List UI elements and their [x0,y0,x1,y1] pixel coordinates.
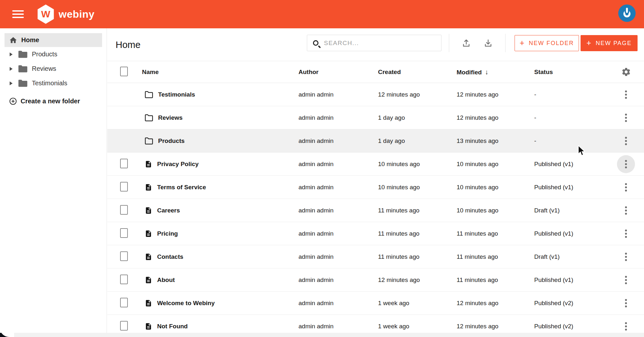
table-row[interactable]: Not Found admin admin 1 week ago 12 minu… [107,315,644,333]
row-status: Published (v1) [534,230,617,237]
column-header-name[interactable]: Name [142,69,298,76]
column-header-author[interactable]: Author [298,69,378,76]
row-menu-kebab-icon[interactable] [617,155,635,173]
column-header-created[interactable]: Created [378,69,457,76]
gear-icon [621,67,631,77]
row-menu-kebab-icon[interactable] [617,178,635,196]
sidebar: Home Products Reviews Testimonials Creat… [0,28,107,333]
row-author: admin admin [298,323,378,330]
row-menu-kebab-icon[interactable] [617,317,635,333]
divider [449,34,449,52]
page-icon [145,206,152,215]
row-menu-kebab-icon[interactable] [617,109,635,127]
row-created: 10 minutes ago [378,161,457,168]
row-modified: 10 minutes ago [457,184,534,191]
page-icon [145,253,152,261]
row-checkbox[interactable] [120,321,128,331]
sidebar-item-home[interactable]: Home [5,33,102,47]
row-status: Published (v1) [534,276,617,284]
row-checkbox[interactable] [120,182,128,192]
divider [505,34,506,52]
row-checkbox[interactable] [120,228,128,238]
chevron-right-icon[interactable] [10,67,13,71]
sort-descending-icon: ↓ [485,68,488,76]
row-name[interactable]: Careers [157,207,180,214]
folder-icon [145,137,153,145]
gravatar-power-icon [623,10,630,17]
row-name[interactable]: About [157,276,175,284]
row-modified: 11 minutes ago [457,276,534,284]
search-box[interactable] [307,35,441,51]
row-name[interactable]: Pricing [157,230,178,237]
row-menu-kebab-icon[interactable] [617,132,635,150]
plus-icon: + [586,38,592,48]
row-menu-kebab-icon[interactable] [617,294,635,312]
page-icon [145,160,152,168]
page-icon [145,276,152,284]
row-modified: 12 minutes ago [457,114,534,121]
sidebar-item-label: Reviews [32,65,56,72]
row-menu-kebab-icon[interactable] [617,201,635,220]
upload-icon [461,38,471,48]
row-status: - [534,91,617,98]
row-name[interactable]: Contacts [157,253,183,260]
row-author: admin admin [298,300,378,307]
row-menu-kebab-icon[interactable] [617,271,635,289]
row-name[interactable]: Testimonials [158,91,195,98]
table-row[interactable]: Terms of Service admin admin 10 minutes … [107,176,644,199]
row-checkbox[interactable] [120,205,128,215]
row-modified: 10 minutes ago [457,207,534,214]
new-folder-button[interactable]: + NEW FOLDER [515,35,579,51]
select-all-checkbox[interactable] [120,67,128,76]
row-menu-kebab-icon[interactable] [617,225,635,243]
row-name[interactable]: Privacy Policy [157,161,199,168]
row-created: 11 minutes ago [378,207,457,214]
row-created: 1 week ago [378,323,457,330]
table-row[interactable]: About admin admin 12 minutes ago 11 minu… [107,268,644,292]
row-name[interactable]: Products [158,137,185,145]
row-name[interactable]: Reviews [158,114,183,121]
row-name[interactable]: Not Found [157,323,188,330]
table-row[interactable]: Careers admin admin 11 minutes ago 10 mi… [107,199,644,222]
table-row[interactable]: Privacy Policy admin admin 10 minutes ag… [107,153,644,176]
row-modified: 12 minutes ago [457,91,534,98]
row-menu-kebab-icon[interactable] [617,248,635,266]
row-status: Published (v1) [534,184,617,191]
sidebar-item-label: Testimonials [32,80,67,87]
table-row[interactable]: Welcome to Webiny admin admin 1 week ago… [107,292,644,315]
row-menu-kebab-icon[interactable] [617,86,635,104]
sidebar-item-reviews[interactable]: Reviews [0,61,107,76]
plus-icon: + [520,38,525,48]
create-new-folder-button[interactable]: Create a new folder [0,95,107,108]
table-row[interactable]: Contacts admin admin 11 minutes ago 11 m… [107,245,644,268]
export-download-button[interactable] [482,37,494,49]
row-checkbox[interactable] [120,159,128,168]
new-page-button[interactable]: + NEW PAGE [581,35,638,51]
row-status: Published (v1) [534,161,617,168]
table-row[interactable]: Pricing admin admin 11 minutes ago 11 mi… [107,222,644,245]
import-upload-button[interactable] [460,37,472,49]
column-header-status[interactable]: Status [534,69,617,76]
webiny-hexagon-logo-icon: W [37,5,55,24]
row-name[interactable]: Terms of Service [157,184,206,191]
search-icon [313,40,318,46]
user-avatar[interactable] [618,5,636,22]
table-row[interactable]: Testimonials admin admin 12 minutes ago … [107,83,644,106]
row-checkbox[interactable] [120,251,128,261]
sidebar-item-testimonials[interactable]: Testimonials [0,76,107,90]
column-header-modified[interactable]: Modified↓ [457,68,534,76]
sidebar-item-products[interactable]: Products [0,47,107,61]
row-created: 12 minutes ago [378,91,457,98]
row-checkbox[interactable] [120,298,128,307]
table-row[interactable]: Products admin admin 1 day ago 13 minute… [107,129,644,153]
webiny-logo: W webiny [37,5,94,24]
table-settings-button[interactable] [617,67,635,77]
hamburger-menu-icon[interactable] [12,7,26,21]
create-folder-label: Create a new folder [21,98,80,105]
table-row[interactable]: Reviews admin admin 1 day ago 12 minutes… [107,106,644,129]
search-input[interactable] [324,40,430,47]
chevron-right-icon[interactable] [10,52,13,56]
row-name[interactable]: Welcome to Webiny [157,300,215,307]
chevron-right-icon[interactable] [10,81,13,85]
row-checkbox[interactable] [120,275,128,284]
